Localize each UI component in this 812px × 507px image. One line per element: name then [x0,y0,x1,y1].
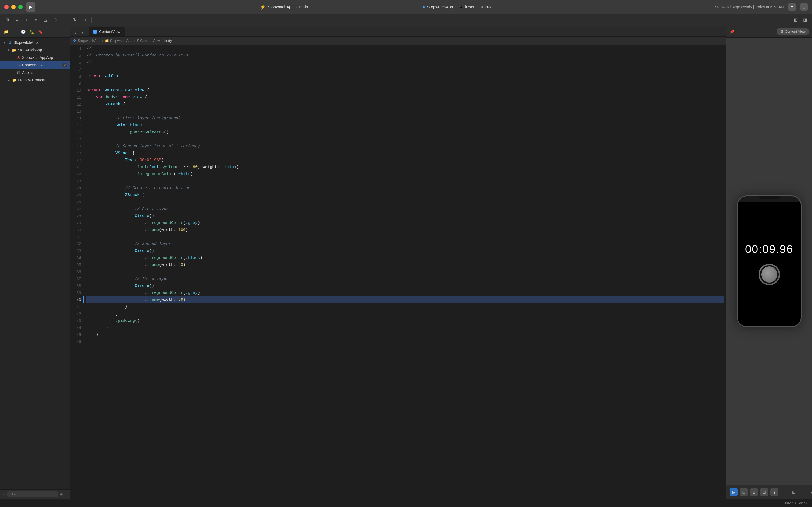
code-line: Circle() [86,213,724,220]
code-line: .ignoresSafeArea() [86,129,724,136]
breadcrumb-item-1[interactable]: ⚙ [73,39,76,43]
inspector-toggle-left[interactable]: ◧ [792,16,799,23]
code-line: import SwiftUI [86,73,724,80]
search-icon[interactable]: ⌕ [32,16,40,23]
filter-options-icon[interactable]: ⊙ [60,492,63,496]
scheme-separator: › [296,5,297,9]
device-name[interactable]: iPhone 14 Pro [465,5,490,9]
zoom-fit-btn[interactable]: ⊡ [790,488,798,496]
main-content: 📁 ⑂ 🕐 🐛 🔖 ▼ ⚙ StopwatchApp ▼ 📂 Stopwatch… [0,26,812,499]
sidebar-item-stopwatchapp-group[interactable]: ▼ 📂 StopwatchApp [0,46,69,54]
forward-nav-icon[interactable]: › [80,30,85,36]
breadcrumb-item-5[interactable]: body [164,39,172,43]
sidebar-item-label: Assets [22,70,67,75]
preview-square-btn[interactable]: □ [740,488,748,496]
clock-icon[interactable]: 🕐 [20,29,26,35]
code-line: .foregroundColor(.gray) [86,220,724,227]
preview-bottom-toolbar: ▶ □ ⊞ ⊡ ℹ － ⊡ ＋ ⤢ [727,485,812,499]
line-number: 41 [72,303,81,311]
filter-input[interactable] [7,492,58,497]
stopwatch-button[interactable] [759,264,780,285]
minimize-button[interactable] [11,5,15,9]
line-number: 38 [72,282,81,289]
line-number: 32 [72,241,81,247]
assets-file-icon: ⊞ [16,70,21,75]
memory-icon[interactable]: ⬭ [80,16,88,23]
window-controls[interactable] [4,5,22,9]
add-file-icon[interactable]: + [22,16,30,23]
line-number: 17 [72,136,81,143]
breadcrumb-item-2[interactable]: StopwatchApp [78,39,101,43]
code-line [86,269,724,276]
breadcrumb-item-3[interactable]: 📁 StopwatchApp [105,39,132,43]
code-line: .foregroundColor(.white) [86,171,724,178]
sort-icon[interactable]: ↕ [65,492,67,496]
sidebar-item-appapp[interactable]: ▷ S StopwatchAppApp [0,54,69,61]
preview-toolbar: 📌 🖥 Content View [727,26,812,38]
preview-info-btn[interactable]: ℹ [770,488,778,496]
breakpoint-icon[interactable]: ⬡ [52,16,59,23]
add-file-button[interactable]: + [3,492,5,497]
tab-contentview[interactable]: S ContentView [89,26,125,36]
line-number: 14 [72,115,81,122]
code-line: struct ContentView: View { [86,87,724,94]
preview-title-label: Content View [785,30,806,34]
scheme-name[interactable]: StopwatchApp [427,5,453,9]
line-number: 35 [72,262,81,269]
chevron-down-icon: ▼ [6,48,11,52]
code-editor[interactable]: 4567891011121314151617181920212223242526… [70,45,726,499]
hierarchy-icon[interactable]: ≡ [13,16,20,23]
sidebar-item-label: StopwatchAppApp [22,55,67,60]
sidebar-item-assets[interactable]: ▷ ⊞ Assets [0,69,69,76]
line-number: 11 [72,94,81,101]
breadcrumb-item-4[interactable]: S ContentView [137,39,160,43]
split-button[interactable]: ⊡ [800,3,808,11]
preview-title-button[interactable]: 🖥 Content View [776,29,809,35]
code-content[interactable]: //// Created by Russell Gordon on 2022-1… [84,45,726,499]
preview-play-btn[interactable]: ▶ [730,488,738,496]
warning-icon[interactable]: △ [42,16,49,23]
bug-icon[interactable]: 🐛 [28,29,35,35]
test-icon[interactable]: ◇ [61,16,69,23]
line-number: 31 [72,234,81,241]
folder-icon[interactable]: 📁 [3,29,9,35]
line-number: 22 [72,171,81,178]
cursor-position: Line: 40 Col: 42 [783,501,808,505]
maximize-button[interactable] [18,5,22,9]
code-line: .padding() [86,318,724,324]
sidebar-item-stopwatchapp-root[interactable]: ▼ ⚙ StopwatchApp [0,39,69,46]
zoom-out-btn[interactable]: － [780,488,789,496]
scheme-label: StopwatchApp [268,5,294,9]
navigator-toggle-icon[interactable]: ⊞ [3,16,11,23]
run-button[interactable]: ▶ [26,2,36,12]
sidebar-item-preview-content[interactable]: ▶ 📁 Preview Content [0,76,69,84]
line-number: 16 [72,129,81,136]
inspector-toggle-right[interactable]: ◨ [801,16,809,23]
add-button[interactable]: + [789,3,796,11]
code-line: VStack { [86,150,724,157]
line-number: 26 [72,199,81,206]
git-icon[interactable]: ⑂ [11,29,18,35]
code-line: .frame(width: 93) [86,262,724,269]
debug-icon[interactable]: ↻ [71,16,78,23]
code-line: // First layer (background) [86,115,724,122]
code-line: .foregroundColor(.gray) [86,289,724,296]
code-line: // [86,45,724,52]
zoom-in-btn[interactable]: ＋ [799,488,807,496]
pin-icon[interactable]: 📌 [730,30,734,34]
bookmark-icon[interactable]: 🔖 [37,29,44,35]
preview-grid-btn[interactable]: ⊞ [750,488,758,496]
preview-layout-btn[interactable]: ⊡ [760,488,768,496]
title-bar: ▶ ⚡ StopwatchApp › main ● StopwatchApp ›… [0,0,812,14]
modified-badge: M [62,63,67,67]
line-number: 34 [72,255,81,262]
back-nav-icon[interactable]: ‹ [73,30,78,36]
iphone-screen: 00:09.96 [738,202,801,326]
sidebar-item-label: StopwatchApp [18,48,67,52]
toolbar-separator-1 [91,17,92,22]
close-button[interactable] [4,5,9,9]
sidebar-item-contentview[interactable]: ▷ S ContentView M [0,61,69,69]
editor-area: ‹ › S ContentView ⚙ StopwatchApp › 📁 Sto… [70,26,726,499]
secondary-toolbar: ⊞ ≡ + ⌕ △ ⬡ ◇ ↻ ⬭ ◧ ◨ [0,14,812,26]
zoom-max-btn[interactable]: ⤢ [808,488,812,496]
